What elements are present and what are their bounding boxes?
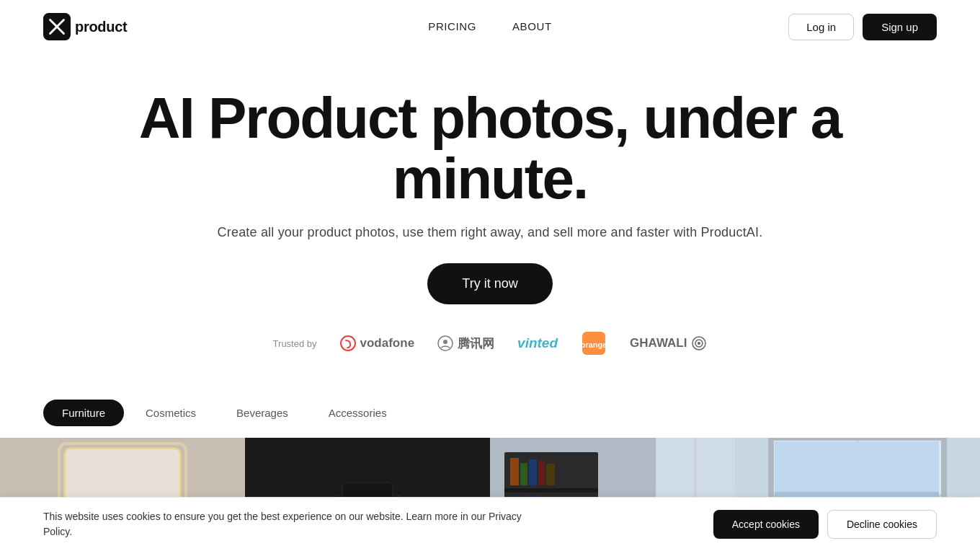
about-link[interactable]: ABOUT xyxy=(512,20,552,32)
svg-rect-44 xyxy=(546,464,555,485)
tab-furniture[interactable]: Furniture xyxy=(43,400,124,426)
tencent-label: 腾讯网 xyxy=(458,335,494,352)
signup-button[interactable]: Sign up xyxy=(863,14,937,40)
ghawali-icon xyxy=(691,335,707,351)
tab-cosmetics[interactable]: Cosmetics xyxy=(127,400,215,426)
svg-rect-43 xyxy=(538,461,545,485)
logo-icon xyxy=(43,13,71,40)
hero-subtitle: Create all your product photos, use them… xyxy=(43,225,937,240)
navbar: product PRICING ABOUT Log in Sign up xyxy=(0,0,980,53)
tencent-icon xyxy=(437,335,453,351)
svg-point-3 xyxy=(443,340,447,344)
nav-item-pricing[interactable]: PRICING xyxy=(428,20,476,33)
hero-title-line1: AI Product photos, under a xyxy=(139,86,842,150)
vodafone-icon xyxy=(340,335,356,351)
cookie-message: This website uses cookies to ensure you … xyxy=(43,509,548,539)
hero-title: AI Product photos, under a minute. xyxy=(43,88,937,209)
nav-item-about[interactable]: ABOUT xyxy=(512,20,552,33)
decline-cookies-button[interactable]: Decline cookies xyxy=(827,510,937,539)
pricing-link[interactable]: PRICING xyxy=(428,20,476,32)
tabs-row: Furniture Cosmetics Beverages Accessorie… xyxy=(0,400,980,426)
brand-orange: orange xyxy=(581,330,607,356)
hero-title-line2: minute. xyxy=(393,146,587,211)
tab-accessories[interactable]: Accessories xyxy=(310,400,406,426)
vodafone-label: vodafone xyxy=(360,336,415,351)
accept-cookies-button[interactable]: Accept cookies xyxy=(713,510,819,539)
brand-vodafone: vodafone xyxy=(340,335,415,351)
cookie-banner: This website uses cookies to ensure you … xyxy=(0,497,980,551)
logo[interactable]: product xyxy=(43,13,127,40)
svg-rect-61 xyxy=(775,441,939,492)
login-button[interactable]: Log in xyxy=(788,14,854,40)
orange-icon: orange xyxy=(581,330,607,356)
ghawali-label: GHAWALI xyxy=(630,336,687,351)
brand-vinted: vinted xyxy=(517,335,558,351)
svg-rect-42 xyxy=(529,459,537,485)
svg-rect-41 xyxy=(520,463,527,485)
trusted-row: Trusted by vodafone 腾讯网 vinted xyxy=(43,330,937,356)
nav-actions: Log in Sign up xyxy=(788,14,937,40)
tab-beverages[interactable]: Beverages xyxy=(218,400,307,426)
brand-ghawali: GHAWALI xyxy=(630,335,707,351)
svg-rect-40 xyxy=(510,458,519,485)
brand-tencent: 腾讯网 xyxy=(437,335,494,352)
svg-text:orange: orange xyxy=(581,340,607,349)
nav-links: PRICING ABOUT xyxy=(428,20,551,33)
svg-rect-37 xyxy=(504,488,598,493)
hero-section: AI Product photos, under a minute. Creat… xyxy=(0,53,980,400)
svg-point-8 xyxy=(698,342,700,345)
svg-point-1 xyxy=(341,336,355,351)
trusted-label: Trusted by xyxy=(273,338,317,349)
try-now-button[interactable]: Try it now xyxy=(427,263,552,304)
logo-text: product xyxy=(75,19,127,35)
cookie-actions: Accept cookies Decline cookies xyxy=(713,510,937,539)
vinted-label: vinted xyxy=(517,335,558,351)
